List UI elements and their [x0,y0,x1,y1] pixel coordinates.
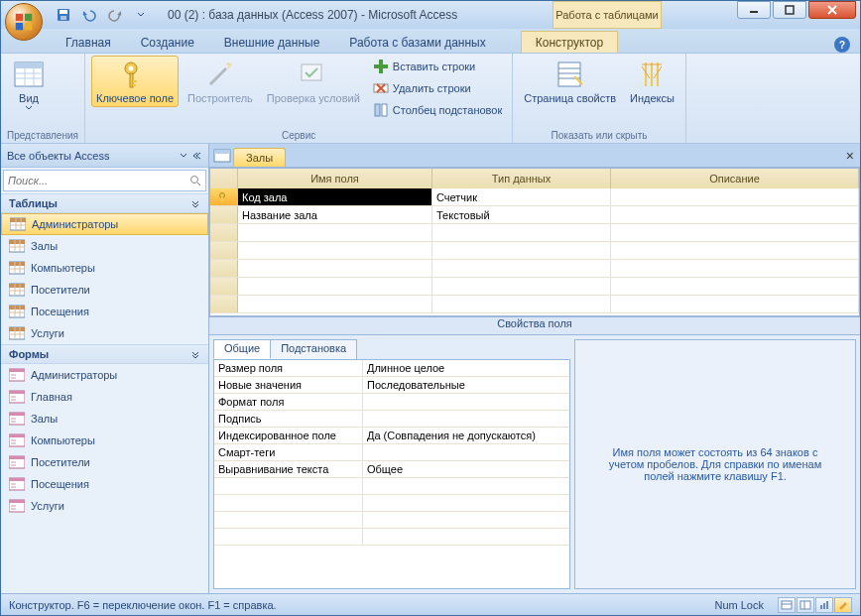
tab-design[interactable]: Конструктор [521,31,618,53]
save-icon[interactable] [53,4,74,26]
field-type-cell[interactable] [432,260,611,277]
field-name-cell[interactable]: Название зала [238,206,432,223]
row-selector[interactable] [210,188,238,205]
row-selector-header[interactable] [210,169,238,188]
lookup-column-button[interactable]: Столбец подстановок [369,99,506,121]
property-row[interactable]: Размер поляДлинное целое [214,360,569,377]
field-row[interactable] [210,278,859,296]
field-name-cell[interactable] [238,260,432,277]
row-selector[interactable] [210,260,238,277]
field-type-cell[interactable]: Текстовый [432,206,611,223]
nav-form-item[interactable]: Компьютеры [1,430,208,451]
nav-form-item[interactable]: Главная [1,386,208,408]
field-desc-cell[interactable] [611,188,859,205]
field-type-cell[interactable] [432,224,611,241]
nav-table-item[interactable]: Посещения [1,301,208,322]
nav-table-item[interactable]: Администраторы [1,213,208,235]
search-icon[interactable] [189,175,201,186]
help-icon[interactable]: ? [834,37,850,53]
view-datasheet-icon[interactable] [778,597,796,613]
property-value[interactable]: Общее [363,461,569,477]
property-row[interactable]: Смарт-теги [214,444,569,461]
chevron-down-icon[interactable] [179,151,188,161]
nav-form-item[interactable]: Администраторы [1,364,208,386]
property-value[interactable]: Длинное целое [363,360,569,376]
tab-external-data[interactable]: Внешние данные [209,31,335,53]
office-button[interactable] [5,3,43,41]
view-pivottable-icon[interactable] [797,597,814,613]
minimize-button[interactable] [737,1,771,19]
tab-home[interactable]: Главная [51,31,126,53]
property-row[interactable]: Выравнивание текстаОбщее [214,461,569,478]
property-sheet-button[interactable]: Страница свойств [519,56,621,107]
field-row[interactable] [210,296,859,313]
column-header-type[interactable]: Тип данных [432,169,611,188]
tab-database-tools[interactable]: Работа с базами данных [334,31,500,53]
property-row[interactable]: Подпись [214,411,569,428]
property-row[interactable]: Новые значенияПоследовательные [214,377,569,394]
field-row[interactable] [210,260,859,278]
nav-form-item[interactable]: Услуги [1,495,208,517]
insert-rows-button[interactable]: Вставить строки [369,56,506,77]
close-button[interactable] [808,1,856,19]
field-row[interactable]: Код залаСчетчик [210,188,859,206]
field-row[interactable] [210,242,859,260]
tab-create[interactable]: Создание [126,31,209,53]
validation-button[interactable]: Проверка условий [262,56,365,107]
property-row[interactable]: Формат поля [214,394,569,411]
field-name-cell[interactable] [238,224,432,241]
field-type-cell[interactable]: Счетчик [432,188,611,205]
field-desc-cell[interactable] [611,296,859,312]
row-selector[interactable] [210,224,238,241]
field-desc-cell[interactable] [611,278,859,295]
nav-form-item[interactable]: Посетители [1,451,208,473]
field-desc-cell[interactable] [611,224,859,241]
nav-search[interactable] [3,170,206,191]
field-name-cell[interactable] [238,278,432,295]
primary-key-button[interactable]: Ключевое поле [91,56,179,107]
field-desc-cell[interactable] [611,242,859,259]
close-tab-icon[interactable]: × [846,148,854,164]
field-row[interactable] [210,224,859,242]
delete-rows-button[interactable]: Удалить строки [369,77,506,99]
view-button[interactable]: Вид [7,56,51,113]
property-row[interactable]: Индексированное полеДа (Совпадения не до… [214,428,569,444]
undo-icon[interactable] [78,4,100,26]
column-header-name[interactable]: Имя поля [238,169,432,188]
field-type-cell[interactable] [432,242,611,259]
view-pivotchart-icon[interactable] [815,597,833,613]
field-desc-cell[interactable] [611,260,859,277]
row-selector[interactable] [210,242,238,259]
maximize-button[interactable] [773,1,806,19]
redo-icon[interactable] [104,4,126,26]
nav-group-forms[interactable]: Формы [1,344,208,364]
column-header-description[interactable]: Описание [611,169,859,188]
property-value[interactable]: Да (Совпадения не допускаются) [363,428,569,443]
field-name-cell[interactable] [238,296,432,312]
nav-group-tables[interactable]: Таблицы [1,193,208,213]
props-tab-general[interactable]: Общие [213,339,271,359]
field-name-cell[interactable]: Код зала [238,188,432,205]
nav-pane-header[interactable]: Все объекты Access [1,144,208,168]
document-tab[interactable]: Залы [233,148,286,167]
field-type-cell[interactable] [432,296,611,312]
row-selector[interactable] [210,278,238,295]
props-tab-lookup[interactable]: Подстановка [270,339,357,359]
nav-table-item[interactable]: Посетители [1,279,208,301]
nav-form-item[interactable]: Посещения [1,473,208,495]
field-type-cell[interactable] [432,278,611,295]
collapse-icon[interactable] [190,151,202,161]
property-value[interactable] [363,444,569,460]
nav-table-item[interactable]: Компьютеры [1,257,208,279]
row-selector[interactable] [210,206,238,223]
indexes-button[interactable]: Индексы [625,56,679,107]
qat-customize-icon[interactable] [130,4,152,26]
row-selector[interactable] [210,296,238,312]
search-input[interactable] [8,175,189,186]
nav-form-item[interactable]: Залы [1,408,208,430]
property-value[interactable] [363,394,569,410]
nav-table-item[interactable]: Залы [1,235,208,257]
field-desc-cell[interactable] [611,206,859,223]
nav-table-item[interactable]: Услуги [1,322,208,344]
property-value[interactable]: Последовательные [363,377,569,393]
